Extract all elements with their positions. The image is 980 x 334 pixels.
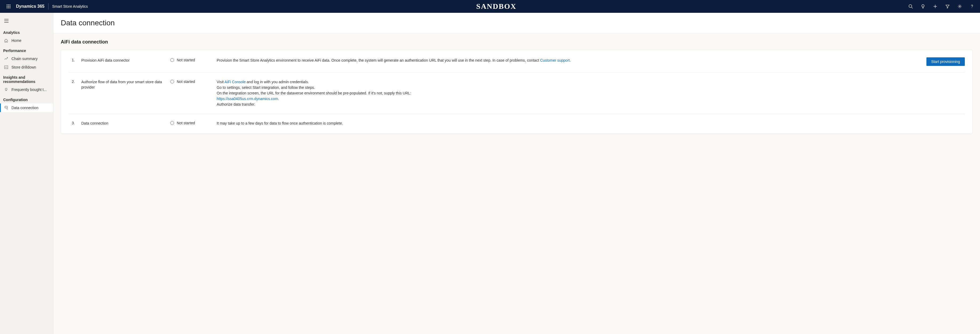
step-row: 2. Authorize flow of data from your smar… [68, 73, 965, 114]
step-title: Provision AiFi data connector [81, 58, 164, 63]
app-launcher-button[interactable] [2, 0, 15, 13]
sidebar-item-store-drilldown[interactable]: Store drilldown [0, 63, 53, 72]
svg-rect-4 [8, 6, 9, 7]
environment-label: SANDBOX [88, 2, 905, 11]
svg-rect-6 [7, 8, 8, 8]
sidebar: Analytics Home Performance Chain summary… [0, 13, 53, 334]
nav-label: Frequently bought t... [11, 88, 47, 92]
svg-point-25 [5, 106, 8, 107]
step-row: 1. Provision AiFi data connector Not sta… [68, 51, 965, 73]
home-icon [4, 38, 8, 43]
funnel-icon [945, 4, 950, 9]
svg-rect-7 [8, 8, 9, 8]
svg-point-15 [959, 6, 961, 7]
svg-rect-5 [10, 6, 10, 7]
filter-button[interactable] [942, 0, 953, 13]
settings-button[interactable] [954, 0, 966, 13]
customer-support-link[interactable]: Customer support. [540, 58, 571, 62]
plus-icon [933, 4, 938, 9]
sidebar-item-frequently-bought[interactable]: Frequently bought t... [0, 85, 53, 94]
search-button[interactable] [905, 0, 916, 13]
lightbulb-icon [921, 4, 925, 9]
step-status: Not started [170, 79, 210, 84]
step-title: Data connection [81, 120, 164, 126]
step-number: 2. [68, 79, 75, 84]
step-number: 1. [68, 58, 75, 62]
topbar-actions [905, 0, 978, 13]
help-button[interactable] [966, 0, 978, 13]
add-button[interactable] [929, 0, 941, 13]
step-row: 3. Data connection Not started It may ta… [68, 114, 965, 133]
search-icon [908, 4, 913, 9]
status-text: Not started [177, 58, 195, 62]
section-title: AiFi data connection [61, 39, 972, 45]
step-number: 3. [68, 120, 75, 125]
svg-rect-2 [10, 5, 10, 5]
nav-section-performance: Performance [0, 45, 53, 54]
status-text: Not started [177, 121, 195, 125]
dataverse-url-link[interactable]: https://ssa0405us.crm.dynamics.com. [217, 97, 279, 101]
nav-label: Chain summary [11, 57, 38, 61]
nav-section-configuration: Configuration [0, 94, 53, 104]
start-provisioning-button[interactable]: Start provisioning [926, 58, 965, 66]
step-description: It may take up to a few days for data to… [217, 120, 913, 126]
nav-section-analytics: Analytics [0, 27, 53, 36]
status-circle-icon [170, 80, 174, 83]
status-circle-icon [170, 58, 174, 62]
header-divider [48, 3, 49, 10]
aifi-console-link[interactable]: AiFi Console [224, 80, 245, 84]
sidebar-item-home[interactable]: Home [0, 36, 53, 45]
steps-card: 1. Provision AiFi data connector Not sta… [61, 50, 972, 134]
svg-line-10 [912, 7, 913, 8]
sidebar-toggle-button[interactable] [3, 17, 10, 24]
nav-label: Data connection [11, 105, 38, 110]
step-title: Authorize flow of data from your smart s… [81, 79, 164, 90]
nav-label: Store drilldown [11, 65, 36, 69]
app-name-label[interactable]: Smart Store Analytics [52, 4, 88, 8]
step-description: Provision the Smart Store Analytics envi… [217, 58, 913, 63]
nav-section-insights: Insights and recommendations [0, 72, 53, 85]
ideas-button[interactable] [917, 0, 929, 13]
svg-rect-0 [7, 5, 8, 5]
page-title: Data connection [61, 19, 972, 27]
sidebar-item-chain-summary[interactable]: Chain summary [0, 54, 53, 63]
status-text: Not started [177, 80, 195, 84]
top-bar: Dynamics 365 Smart Store Analytics SANDB… [0, 0, 980, 13]
svg-rect-8 [10, 8, 10, 8]
question-icon [970, 4, 974, 9]
bar-chart-icon [4, 65, 8, 69]
sidebar-item-data-connection[interactable]: Data connection [0, 104, 53, 112]
gear-icon [957, 4, 962, 9]
svg-rect-1 [8, 5, 9, 5]
step-description: Visit AiFi Console and log in with you a… [217, 79, 913, 107]
step-status: Not started [170, 120, 210, 125]
nav-label: Home [11, 38, 21, 43]
data-connection-icon [4, 105, 8, 110]
hamburger-icon [4, 19, 9, 23]
brand-label[interactable]: Dynamics 365 [16, 4, 45, 9]
lightbulb-icon [4, 88, 8, 92]
svg-point-9 [909, 5, 912, 8]
main-content: Data connection AiFi data connection 1. … [53, 13, 980, 334]
status-circle-icon [170, 121, 174, 125]
svg-rect-3 [7, 6, 8, 7]
waffle-icon [6, 4, 11, 8]
trend-icon [4, 57, 8, 61]
step-status: Not started [170, 58, 210, 62]
